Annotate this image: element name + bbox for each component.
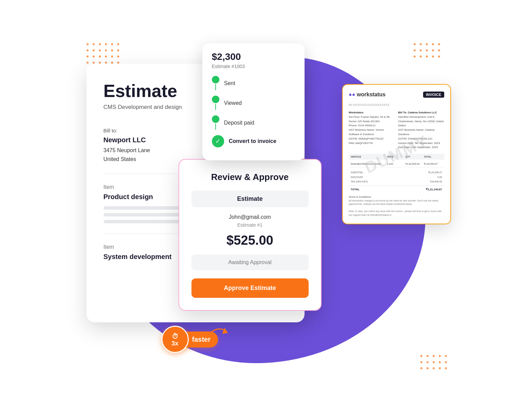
review-estimate-label: Estimate [191,191,309,207]
dot-pattern-topleft: document.write(Array(24).fill('<div clas… [87,43,120,64]
status-item-convert: ✓ Convert to invoice [212,135,295,147]
status-amount: $2,300 [212,51,295,62]
review-estimate-num: Estimate #1 [191,222,309,228]
invoice-from: Workstatus 3rd Floor, Fusion Square, 54 … [349,111,395,150]
status-dot-sent [212,76,219,83]
invoice-table-header: SERVICE RATE QTY TOTAL [349,154,444,160]
review-email: John@gmail.com [191,214,309,220]
discount-row: DISCOUNT 0.00 [349,175,444,179]
review-card: Review & Approve Estimate John@gmail.com… [179,159,322,311]
multiplier-text: 3x [171,340,178,346]
status-text-deposit: Deposit paid [224,120,254,126]
subtotal-row: SUBTOTAL ₹1,02,000.07 [349,170,444,175]
invoice-badge: INVOICE [423,92,444,98]
status-text-viewed: Viewed [224,100,242,106]
invoice-card: ●● workstatus INVOICE IN-XXXXXXXXXXXXXXX… [342,84,451,224]
tax-row: TAX (18% GST) ₹18,440.00 [349,179,444,184]
review-amount: $525.00 [191,233,309,248]
timer-icon: ⏱ [172,333,179,340]
faster-circle: ⏱ 3x [161,326,189,353]
dot-pattern-bottomright: document.write(Array(15).fill('<div clas… [420,355,448,370]
convert-label: Convert to invoice [229,138,277,144]
total-row: TOTAL ₹1,21,140.87 [349,185,444,192]
approve-estimate-button[interactable]: Approve Estimate [191,278,309,298]
invoice-id: IN-XXXXXXXXXXXXXXXXXX [349,103,444,107]
status-item-viewed: Viewed [212,96,295,111]
invoice-parties: Workstatus 3rd Floor, Fusion Square, 54 … [349,111,444,150]
invoice-totals: SUBTOTAL ₹1,02,000.07 DISCOUNT 0.00 TAX … [349,170,444,192]
status-card: $2,300 Estimate #1003 Sent Viewed Deposi… [202,43,305,160]
invoice-table-row: Dedicated Resources Shrink 1,010 ₹1,02,5… [349,161,444,167]
status-item-sent: Sent [212,76,295,91]
invoice-to: Bill To: Cadena Solutions LLC Hamilton D… [398,111,444,150]
workstatus-logo: ●● workstatus [349,92,386,98]
status-dot-deposit [212,115,219,123]
status-check-convert: ✓ [212,135,224,147]
status-text-sent: Sent [224,80,235,86]
awaiting-approval-badge: Awaiting Approval [191,255,309,270]
status-item-deposit: Deposit paid [212,115,295,130]
invoice-header: ●● workstatus INVOICE [349,92,444,98]
svg-marker-0 [222,328,228,334]
dot-pattern-topright: document.write(Array(15).fill('<div clas… [414,43,441,58]
item-name-2: System development [104,253,172,261]
review-title: Review & Approve [191,172,309,182]
faster-badge: ⏱ 3x faster [161,326,218,353]
invoice-footer: Terms & Conditions All transaction charg… [349,195,444,217]
status-estimate-num: Estimate #1003 [212,64,295,69]
status-dot-viewed [212,96,219,103]
